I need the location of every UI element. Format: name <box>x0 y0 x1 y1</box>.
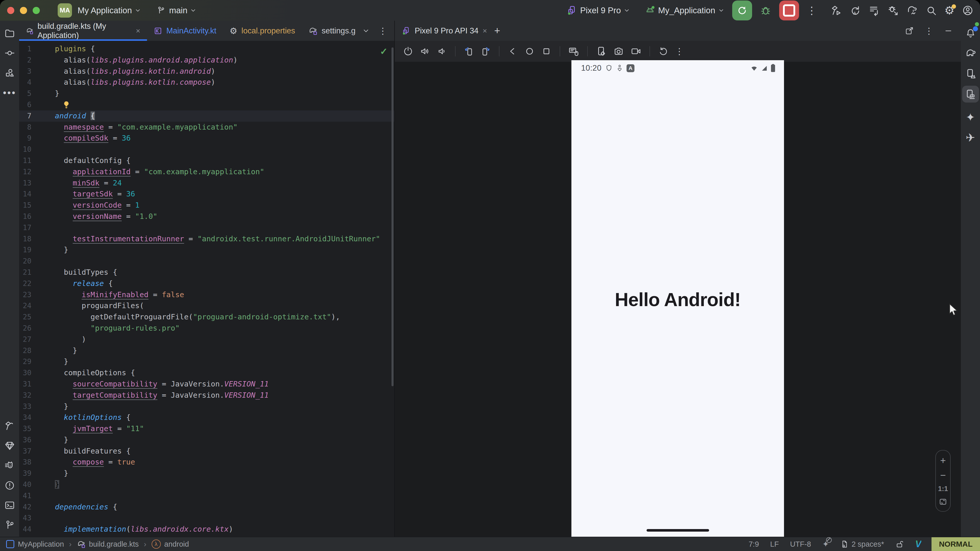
minimize-window-button[interactable] <box>20 7 27 14</box>
tool-app-insights-button[interactable]: ✈ <box>966 132 975 143</box>
zoom-1to1-button[interactable]: 1:1 <box>938 486 948 492</box>
hardware-input-icon[interactable] <box>568 46 579 57</box>
code-line[interactable]: 27 ) <box>19 334 394 345</box>
zoom-out-button[interactable]: − <box>940 470 946 480</box>
code-line[interactable]: 30 compileOptions { <box>19 367 394 379</box>
hide-pane-icon[interactable] <box>944 27 953 35</box>
breadcrumb-element[interactable]: android <box>164 540 189 548</box>
code-line[interactable]: 29 } <box>19 356 394 367</box>
code-line[interactable]: 22 release { <box>19 278 394 289</box>
code-line[interactable]: 33 } <box>19 401 394 412</box>
tool-resource-manager-button[interactable] <box>4 68 15 78</box>
code-line[interactable]: 37 buildFeatures { <box>19 446 394 457</box>
code-line[interactable]: 26 "proguard-rules.pro" <box>19 323 394 334</box>
code-line[interactable]: 38 compose = true <box>19 457 394 468</box>
tool-problems-button[interactable] <box>4 480 15 491</box>
line-separator-widget[interactable]: LF <box>770 540 779 548</box>
search-everywhere-button[interactable] <box>926 5 937 16</box>
volume-up-icon[interactable] <box>420 46 430 56</box>
code-line[interactable]: 35 jvmTarget = "11" <box>19 423 394 434</box>
code-line[interactable]: 10 <box>19 144 394 155</box>
tab-options-kebab-icon[interactable]: ⋮ <box>379 27 387 35</box>
more-run-options-kebab[interactable]: ⋮ <box>807 5 817 16</box>
tool-build-button[interactable] <box>4 421 15 431</box>
code-line[interactable]: 1plugins { <box>19 43 394 55</box>
code-line[interactable]: 31 sourceCompatibility = JavaVersion.VER… <box>19 379 394 390</box>
code-line[interactable]: 39 } <box>19 468 394 479</box>
inspection-ok-check-icon[interactable]: ✓ <box>380 46 388 57</box>
device-selector[interactable]: Pixel 9 Pro <box>566 5 630 16</box>
apply-code-changes-button[interactable] <box>869 5 880 16</box>
overview-icon[interactable] <box>541 46 552 56</box>
caret-position-widget[interactable]: 7:9 <box>749 540 759 548</box>
code-line[interactable]: 8 namespace = "com.example.myapplication… <box>19 122 394 133</box>
code-line[interactable]: 41 <box>19 490 394 502</box>
tool-gemini-button[interactable]: ✦ <box>966 112 975 123</box>
debug-button[interactable] <box>760 5 772 16</box>
breadcrumb-project[interactable]: MyApplication <box>18 540 64 548</box>
encoding-widget[interactable]: UTF-8 <box>790 540 811 548</box>
tab-list-chevron-icon[interactable] <box>362 27 370 35</box>
code-line[interactable]: 36 } <box>19 434 394 446</box>
project-selector[interactable]: My Application <box>72 6 141 15</box>
zoom-in-button[interactable]: + <box>940 456 946 465</box>
code-line[interactable]: 2 alias(libs.plugins.android.application… <box>19 55 394 66</box>
code-line[interactable]: 18 testInstrumentationRunner = "androidx… <box>19 233 394 245</box>
home-icon[interactable] <box>525 46 535 56</box>
rotate-right-icon[interactable] <box>480 46 491 56</box>
close-tab-icon[interactable]: × <box>136 27 140 35</box>
power-icon[interactable] <box>403 46 413 56</box>
tab-mainactivity-kt[interactable]: MainActivity.kt <box>147 21 223 41</box>
code-line[interactable]: 14 targetSdk = 36 <box>19 189 394 200</box>
code-line[interactable]: 17 <box>19 222 394 233</box>
code-line[interactable]: 9 compileSdk = 36 <box>19 133 394 144</box>
tool-gradle-button[interactable] <box>965 48 976 59</box>
tool-version-control-button[interactable] <box>4 520 15 530</box>
tool-project-button[interactable] <box>4 28 15 38</box>
device-navigation-pill[interactable] <box>646 529 709 532</box>
unlocked-icon[interactable] <box>895 540 904 548</box>
emulator-more-kebab-icon[interactable]: ⋮ <box>675 47 684 56</box>
code-line[interactable]: 3 alias(libs.plugins.kotlin.android) <box>19 66 394 77</box>
code-line[interactable]: 13 minSdk = 24 <box>19 178 394 189</box>
device-settings-icon[interactable] <box>596 46 607 57</box>
snapshot-reset-icon[interactable] <box>658 46 668 56</box>
code-line[interactable]: 32 targetCompatibility = JavaVersion.VER… <box>19 390 394 401</box>
vim-mode-badge[interactable]: NORMAL <box>932 537 980 551</box>
code-line[interactable]: 24 proguardFiles( <box>19 300 394 311</box>
tool-terminal-button[interactable] <box>4 500 15 511</box>
more-tools-button[interactable]: ••• <box>3 87 16 98</box>
code-line[interactable]: 25 getDefaultProguardFile("proguard-andr… <box>19 311 394 323</box>
breadcrumb-file[interactable]: build.gradle.kts <box>89 540 139 548</box>
tool-running-devices-button[interactable] <box>962 86 979 103</box>
attach-debugger-button[interactable] <box>887 5 899 16</box>
code-line[interactable]: 19 } <box>19 245 394 256</box>
code-line[interactable]: 6 <box>19 99 394 110</box>
settings-button[interactable]: ⚙ <box>945 5 955 16</box>
close-window-button[interactable] <box>7 7 14 14</box>
rotate-left-icon[interactable] <box>464 46 474 56</box>
back-icon[interactable] <box>508 46 518 56</box>
ai-assistant-status-button[interactable]: ✦ <box>822 539 829 549</box>
tool-commit-button[interactable] <box>4 48 15 59</box>
volume-down-icon[interactable] <box>437 46 447 56</box>
code-line[interactable]: 40} <box>19 479 394 490</box>
tool-logcat-button[interactable] <box>4 460 15 471</box>
editor-scrollbar[interactable] <box>391 48 393 386</box>
code-line[interactable]: 4 alias(libs.plugins.kotlin.compose) <box>19 77 394 88</box>
code-line[interactable]: 12 applicationId = "com.example.myapplic… <box>19 166 394 178</box>
build-project-button[interactable] <box>831 5 842 16</box>
open-in-window-icon[interactable] <box>905 26 914 35</box>
tool-device-manager-button[interactable] <box>965 68 976 79</box>
account-button[interactable] <box>962 5 974 16</box>
code-line[interactable]: 16 versionName = "1.0" <box>19 211 394 222</box>
code-line[interactable]: 28 } <box>19 345 394 356</box>
indent-widget[interactable]: 2 spaces* <box>840 540 884 548</box>
code-line[interactable]: 34 kotlinOptions { <box>19 412 394 423</box>
apply-changes-restart-button[interactable]: A <box>850 5 861 16</box>
code-line[interactable]: 42dependencies { <box>19 502 394 513</box>
run-configuration-selector[interactable]: My_Application <box>644 5 724 16</box>
screen-record-icon[interactable] <box>631 46 641 57</box>
emulator-device-screen[interactable]: 10:20 A Hello Android! <box>571 60 784 537</box>
code-line[interactable]: 21 buildTypes { <box>19 267 394 278</box>
